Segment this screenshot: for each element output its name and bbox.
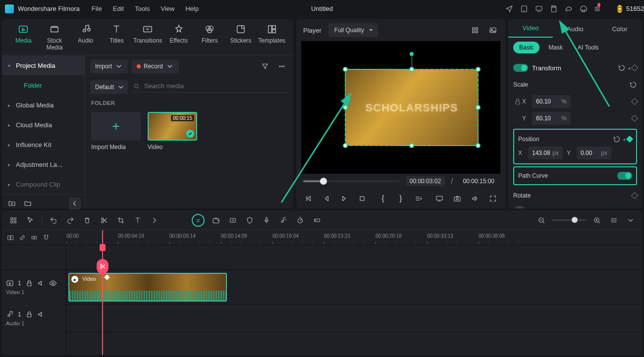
video-track-header[interactable]: 1 Video 1 (2, 270, 66, 305)
subtab-mask[interactable]: Mask (542, 42, 569, 53)
timeline-view-button[interactable] (608, 215, 619, 226)
zoom-in-button[interactable] (591, 215, 602, 226)
resize-handle[interactable] (343, 143, 348, 148)
transform-toggle[interactable] (513, 64, 528, 72)
mute-icon[interactable] (37, 310, 45, 318)
keyframe-icon[interactable] (631, 115, 638, 122)
scrub-track[interactable] (303, 180, 400, 182)
menu-file[interactable]: File (92, 5, 102, 12)
zoom-slider[interactable] (552, 219, 587, 221)
tree-cloud-media[interactable]: ▸Cloud Media (2, 115, 85, 135)
filter-button[interactable] (259, 60, 271, 73)
playhead-scissors-icon[interactable] (97, 259, 108, 274)
tab-titles[interactable]: Titles (101, 23, 132, 51)
display-button[interactable] (434, 193, 445, 204)
subtab-ai-tools[interactable]: AI Tools (572, 42, 604, 53)
play-reverse-button[interactable] (321, 193, 332, 204)
link-tracks-button[interactable] (6, 233, 15, 242)
inspector-tab-audio[interactable]: Audio (553, 20, 597, 38)
preview-clip[interactable]: SCHOLARSHIPS (345, 69, 479, 146)
tree-project-media[interactable]: ▾Project Media (2, 55, 85, 75)
inspector-tab-color[interactable]: Color (597, 20, 642, 38)
send-icon[interactable] (505, 4, 513, 13)
resize-handle[interactable] (409, 67, 414, 72)
tree-global-media[interactable]: ▸Global Media (2, 95, 85, 115)
desktop-icon[interactable] (535, 4, 543, 13)
cloud-icon[interactable] (565, 4, 573, 13)
scrub-knob[interactable] (320, 178, 327, 185)
visibility-icon[interactable] (49, 279, 57, 287)
resize-handle[interactable] (409, 143, 414, 148)
tab-templates[interactable]: Templates (256, 23, 287, 51)
snapshot-button[interactable] (452, 193, 463, 204)
support-icon[interactable] (580, 4, 588, 13)
menu-tools[interactable]: Tools (135, 5, 150, 12)
timeline-area[interactable]: 00:0000:00:04:1900:00:09:1400:00:14:0900… (66, 230, 642, 355)
resize-handle[interactable] (476, 67, 481, 72)
tree-compound-clip[interactable]: ▸Compound Clip (2, 174, 85, 194)
tablet-icon[interactable] (520, 4, 528, 13)
reset-icon[interactable] (613, 135, 621, 143)
lock-icon[interactable] (25, 310, 33, 318)
clip-keyframe-icon[interactable] (104, 274, 109, 280)
video-media-card[interactable]: 00:00:15 Video (148, 112, 197, 151)
crop-button[interactable] (115, 215, 126, 226)
scale-y-field[interactable]: 60.10% (532, 112, 571, 125)
playback-options-button[interactable] (413, 193, 424, 204)
new-bin-button[interactable] (22, 198, 34, 209)
undo-button[interactable] (48, 215, 59, 226)
inspector-tab-video[interactable]: Video (508, 19, 553, 38)
snapshot-view-button[interactable] (487, 25, 498, 36)
pointer-tool-button[interactable] (25, 215, 36, 226)
save-icon[interactable] (550, 4, 558, 13)
resize-handle[interactable] (343, 67, 348, 72)
more-button[interactable] (275, 60, 288, 73)
tab-media[interactable]: Media (8, 23, 39, 51)
ai-face-button[interactable] (192, 214, 205, 227)
volume-button[interactable] (470, 193, 481, 204)
timeline-clip[interactable]: ▸ Video (68, 273, 227, 302)
lock-aspect-icon[interactable] (513, 98, 522, 105)
enhance-button[interactable] (211, 215, 221, 226)
reset-icon[interactable] (629, 81, 637, 89)
apps-icon[interactable] (594, 4, 603, 13)
tab-transitions[interactable]: Transitions (132, 23, 163, 51)
prev-keyframe-icon[interactable]: ◂ (623, 137, 625, 142)
text-button[interactable] (132, 215, 143, 226)
position-x-field[interactable]: 143.08px (528, 147, 563, 159)
mark-in-button[interactable]: { (377, 193, 388, 204)
keyframe-icon[interactable] (631, 98, 638, 105)
path-curve-toggle[interactable] (617, 172, 632, 180)
delete-button[interactable] (82, 215, 93, 226)
prev-frame-button[interactable] (303, 193, 314, 204)
play-button[interactable] (339, 193, 350, 204)
reset-icon[interactable] (618, 64, 626, 72)
zoom-out-button[interactable] (536, 215, 547, 226)
search-media[interactable] (133, 82, 288, 93)
voiceover-button[interactable] (261, 215, 272, 226)
playhead[interactable] (102, 230, 103, 355)
magnet-button[interactable] (42, 233, 51, 242)
tab-audio[interactable]: Audio (70, 23, 101, 51)
record-button[interactable]: Record (132, 59, 179, 73)
resize-handle[interactable] (343, 105, 348, 110)
grid-view-button[interactable] (470, 25, 481, 36)
tab-stickers[interactable]: Stickers (225, 23, 257, 51)
tree-folder[interactable]: Folder (2, 75, 85, 95)
timeline-grid-icon[interactable] (8, 215, 19, 226)
keyframe-active-icon[interactable] (626, 136, 633, 143)
subtab-basic[interactable]: Basic (513, 42, 539, 53)
rotate-handle-icon[interactable] (410, 52, 414, 56)
tab-stock-media[interactable]: Stock Media (39, 23, 70, 51)
stop-button[interactable] (357, 193, 368, 204)
timeline-ruler[interactable]: 00:0000:00:04:1900:00:09:1400:00:14:0900… (66, 230, 642, 245)
quality-dropdown[interactable]: Full Quality (328, 23, 378, 37)
audio-track-lane[interactable] (66, 305, 642, 332)
shield-button[interactable] (244, 215, 255, 226)
video-track-lane[interactable]: ▸ Video (66, 270, 642, 305)
mark-out-button[interactable]: } (395, 193, 406, 204)
keyframe-icon[interactable] (631, 192, 638, 199)
ripple-button[interactable] (30, 233, 39, 242)
record-screen-button[interactable] (227, 215, 238, 226)
zoom-knob[interactable] (572, 217, 578, 223)
